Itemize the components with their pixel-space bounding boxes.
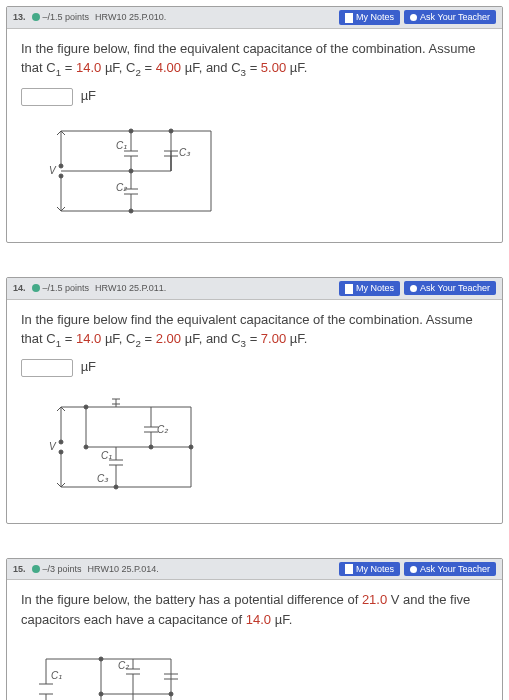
svg-point-1	[59, 174, 63, 178]
prompt-text: In the figure below, find the equivalent…	[21, 39, 488, 81]
svg-text:V: V	[49, 441, 57, 452]
svg-point-19	[129, 209, 133, 213]
points-label: –/1.5 points	[43, 283, 90, 293]
prompt-text: In the figure below, the battery has a p…	[21, 590, 488, 629]
my-notes-button[interactable]: My Notes	[339, 10, 400, 25]
points-label: –/1.5 points	[43, 12, 90, 22]
prompt-text: In the figure below find the equivalent …	[21, 310, 488, 352]
problem-number: 13.	[13, 12, 26, 22]
answer-unit: µF	[81, 359, 96, 374]
svg-text:C₁: C₁	[101, 450, 112, 461]
circuit-diagram: C₁ C₂ + V	[21, 639, 488, 700]
status-icon	[32, 284, 40, 292]
status-icon	[32, 13, 40, 21]
plus-icon	[410, 566, 417, 573]
svg-point-41	[189, 445, 193, 449]
svg-point-73	[169, 692, 173, 696]
reference-label: HRW10 25.P.014.	[88, 564, 159, 574]
svg-point-0	[59, 164, 63, 168]
my-notes-button[interactable]: My Notes	[339, 281, 400, 296]
svg-text:C₃: C₃	[179, 147, 191, 158]
svg-point-71	[99, 692, 103, 696]
ask-teacher-button[interactable]: Ask Your Teacher	[404, 10, 496, 24]
answer-input[interactable]	[21, 359, 73, 377]
ask-teacher-button[interactable]: Ask Your Teacher	[404, 281, 496, 295]
my-notes-button[interactable]: My Notes	[339, 562, 400, 577]
problem-14: 14. –/1.5 points HRW10 25.P.011. My Note…	[6, 277, 503, 524]
problem-15: 15. –/3 points HRW10 25.P.014. My Notes …	[6, 558, 503, 700]
answer-row: µF	[21, 86, 488, 106]
note-icon	[345, 564, 353, 574]
svg-point-18	[129, 169, 133, 173]
reference-label: HRW10 25.P.011.	[95, 283, 166, 293]
status-icon	[32, 565, 40, 573]
problem-header: 13. –/1.5 points HRW10 25.P.010. My Note…	[7, 7, 502, 29]
plus-icon	[410, 285, 417, 292]
answer-row: µF	[21, 357, 488, 377]
points-label: –/3 points	[43, 564, 82, 574]
problem-body: In the figure below find the equivalent …	[7, 300, 502, 523]
problem-header: 15. –/3 points HRW10 25.P.014. My Notes …	[7, 559, 502, 581]
svg-text:C₂: C₂	[116, 182, 128, 193]
svg-text:V: V	[49, 165, 57, 176]
svg-point-17	[169, 129, 173, 133]
svg-text:C₂: C₂	[157, 424, 169, 435]
ask-teacher-button[interactable]: Ask Your Teacher	[404, 562, 496, 576]
plus-icon	[410, 14, 417, 21]
svg-point-42	[114, 485, 118, 489]
svg-point-38	[84, 405, 88, 409]
svg-text:C₃: C₃	[97, 473, 109, 484]
svg-text:C₁: C₁	[116, 140, 127, 151]
answer-unit: µF	[81, 88, 96, 103]
circuit-diagram: V C₁ C₂ C₃	[21, 387, 488, 507]
circuit-diagram: V C₁ C₂ C₃	[21, 116, 488, 226]
problem-body: In the figure below, the battery has a p…	[7, 580, 502, 700]
reference-label: HRW10 25.P.010.	[95, 12, 166, 22]
svg-text:C₂: C₂	[118, 660, 130, 671]
answer-input[interactable]	[21, 88, 73, 106]
svg-point-40	[149, 445, 153, 449]
note-icon	[345, 13, 353, 23]
note-icon	[345, 284, 353, 294]
problem-number: 14.	[13, 283, 26, 293]
svg-point-39	[84, 445, 88, 449]
svg-text:C₁: C₁	[51, 670, 62, 681]
problem-13: 13. –/1.5 points HRW10 25.P.010. My Note…	[6, 6, 503, 243]
svg-point-28	[59, 450, 63, 454]
svg-point-27	[59, 440, 63, 444]
svg-point-70	[99, 657, 103, 661]
problem-number: 15.	[13, 564, 26, 574]
svg-point-16	[129, 129, 133, 133]
problem-body: In the figure below, find the equivalent…	[7, 29, 502, 242]
problem-header: 14. –/1.5 points HRW10 25.P.011. My Note…	[7, 278, 502, 300]
